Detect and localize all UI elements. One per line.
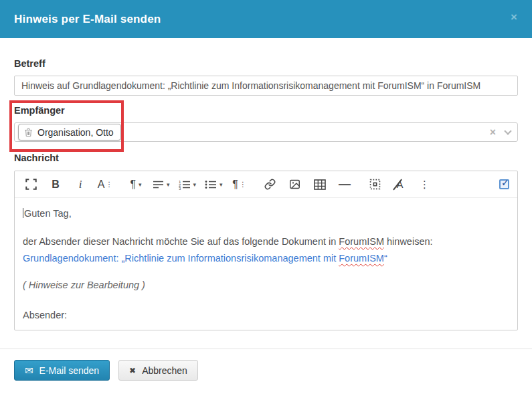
- editor-toolbar: B i A⋮ ¶▾ ▾ 1 2 3 ▾: [15, 171, 517, 198]
- recipient-tag[interactable]: Organisation, Otto: [18, 124, 121, 140]
- recipient-section: Empfänger Organisation, Otto ×: [14, 105, 518, 142]
- editor-content[interactable]: Guten Tag, der Absender dieser Nachricht…: [15, 198, 517, 331]
- html-mode-checkbox[interactable]: ✓: [499, 179, 509, 189]
- align-icon[interactable]: ▾: [153, 175, 170, 194]
- trash-icon[interactable]: [24, 128, 33, 137]
- insert-image-icon[interactable]: [287, 175, 303, 194]
- recipient-select[interactable]: Organisation, Otto ×: [14, 122, 518, 142]
- fullscreen-icon[interactable]: [23, 175, 39, 194]
- modal-title: Hinweis per E-Mail senden: [14, 13, 161, 26]
- italic-icon[interactable]: i: [72, 175, 88, 194]
- rich-text-editor: B i A⋮ ¶▾ ▾ 1 2 3 ▾: [14, 171, 518, 330]
- more-options-icon[interactable]: ⋮: [417, 175, 433, 194]
- svg-text:3: 3: [179, 186, 181, 190]
- cancel-button[interactable]: ✖ Abbrechen: [118, 360, 198, 381]
- select-all-icon[interactable]: [367, 175, 383, 194]
- subject-label: Betreff: [14, 58, 518, 69]
- envelope-icon: ✉: [25, 365, 33, 377]
- hint-line: ( Hinweise zur Bearbeitung ): [23, 278, 509, 292]
- bold-icon[interactable]: B: [48, 175, 64, 194]
- insert-link-icon[interactable]: [262, 175, 278, 194]
- chevron-down-icon[interactable]: [504, 127, 511, 134]
- insert-table-icon[interactable]: [312, 175, 328, 194]
- clear-formatting-icon[interactable]: A: [392, 175, 408, 194]
- modal-body: Betreff Empfänger Organisation, Otto × N…: [0, 58, 532, 330]
- misspelled-word: ForumISM: [339, 253, 384, 264]
- cancel-label: Abbrechen: [142, 365, 187, 376]
- clear-selection-icon[interactable]: ×: [490, 127, 496, 138]
- recipient-label: Empfänger: [14, 105, 518, 116]
- close-icon[interactable]: ×: [511, 11, 517, 23]
- unordered-list-icon[interactable]: ▾: [205, 175, 223, 194]
- document-link[interactable]: Grundlagendokument: „Richtlinie zum Info…: [23, 253, 387, 264]
- cancel-x-icon: ✖: [129, 366, 136, 375]
- paragraph-more-icon[interactable]: ¶⋮: [232, 175, 248, 194]
- modal-header: Hinweis per E-Mail senden ×: [0, 0, 532, 38]
- horizontal-rule-icon[interactable]: —: [337, 175, 353, 194]
- subject-input[interactable]: [14, 76, 518, 96]
- message-label: Nachricht: [14, 153, 518, 163]
- misspelled-word: ForumISM: [339, 236, 384, 247]
- font-format-icon[interactable]: A⋮: [97, 175, 113, 194]
- intro-line: der Absender dieser Nachricht möchte Sie…: [23, 235, 509, 249]
- modal-footer: ✉ E-Mail senden ✖ Abbrechen: [0, 349, 532, 391]
- select-controls: ×: [490, 127, 511, 138]
- greeting-line: Guten Tag,: [23, 207, 509, 221]
- ordered-list-icon[interactable]: 1 2 3 ▾: [179, 175, 197, 194]
- recipient-tag-label: Organisation, Otto: [37, 127, 114, 138]
- sender-line: Absender:: [23, 308, 509, 322]
- send-email-button[interactable]: ✉ E-Mail senden: [14, 360, 110, 381]
- send-email-label: E-Mail senden: [39, 365, 100, 376]
- paragraph-format-icon[interactable]: ¶▾: [128, 175, 144, 194]
- document-link-line: Grundlagendokument: „Richtlinie zum Info…: [23, 252, 509, 266]
- text-caret: [23, 208, 23, 218]
